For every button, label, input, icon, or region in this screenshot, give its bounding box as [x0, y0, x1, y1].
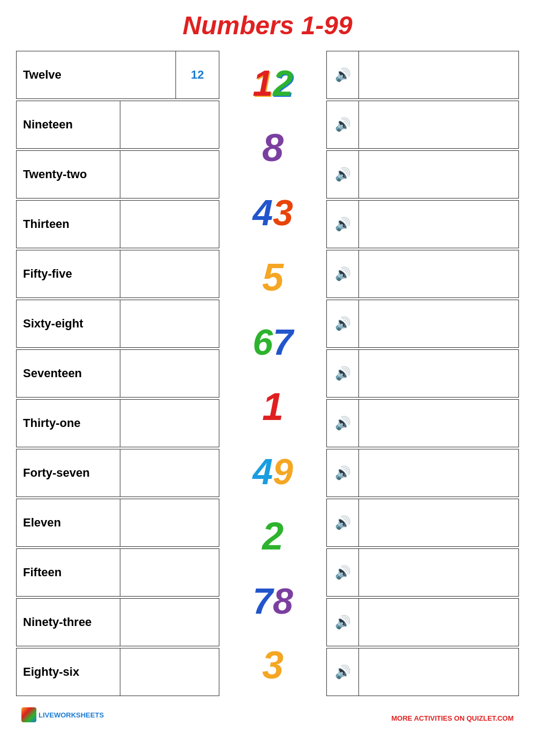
- cartoon-number-12: 12: [225, 59, 321, 107]
- audio-button[interactable]: 🔊: [327, 151, 359, 198]
- cartoon-number-3: 3: [225, 641, 321, 689]
- answer-row: 🔊: [326, 51, 519, 99]
- right-column: 🔊 🔊 🔊 🔊 🔊: [326, 51, 519, 698]
- number-answer: 12: [176, 51, 219, 98]
- answer-row: 🔊: [326, 399, 519, 447]
- number-input[interactable]: [120, 350, 219, 397]
- answer-row: 🔊: [326, 499, 519, 547]
- word-label: Fifteen: [17, 549, 120, 596]
- table-row: Twenty-two: [16, 150, 219, 198]
- number-input[interactable]: [120, 400, 219, 447]
- number-input[interactable]: [120, 449, 219, 497]
- speaker-icon: 🔊: [335, 117, 351, 132]
- answer-input[interactable]: [359, 250, 518, 297]
- answer-input[interactable]: [359, 201, 518, 248]
- answer-input[interactable]: [359, 300, 518, 347]
- word-label: Seventeen: [17, 350, 120, 397]
- speaker-icon: 🔊: [335, 416, 351, 431]
- word-label: Forty-seven: [17, 449, 120, 497]
- audio-button[interactable]: 🔊: [327, 101, 359, 148]
- table-row: Seventeen: [16, 349, 219, 398]
- word-label: Nineteen: [17, 101, 120, 148]
- answer-input[interactable]: [359, 151, 518, 198]
- audio-button[interactable]: 🔊: [327, 51, 359, 98]
- answer-row: 🔊: [326, 598, 519, 646]
- speaker-icon: 🔊: [335, 615, 351, 630]
- cartoon-number-2: 2: [225, 512, 321, 560]
- answer-input[interactable]: [359, 549, 518, 596]
- answer-row: 🔊: [326, 150, 519, 198]
- number-input[interactable]: [120, 499, 219, 546]
- table-row: Sixty-eight: [16, 300, 219, 348]
- cartoon-number-43: 43: [225, 188, 321, 236]
- audio-button[interactable]: 🔊: [327, 599, 359, 646]
- speaker-icon: 🔊: [335, 167, 351, 182]
- word-label: Sixty-eight: [17, 300, 120, 347]
- page-title: Numbers 1-99: [16, 11, 519, 40]
- speaker-icon: 🔊: [335, 316, 351, 331]
- word-label: Eleven: [17, 499, 120, 546]
- audio-button[interactable]: 🔊: [327, 449, 359, 497]
- footer: LIVEWORKSHEETS MORE ACTIVITIES ON QUIZLE…: [16, 707, 519, 722]
- cartoon-number-78: 78: [225, 577, 321, 625]
- answer-input[interactable]: [359, 400, 518, 447]
- word-label: Ninety-three: [17, 599, 120, 646]
- answer-input[interactable]: [359, 599, 518, 646]
- word-label: Fifty-five: [17, 250, 120, 297]
- table-row: Twelve 12: [16, 51, 219, 99]
- liveworksheets-logo: LIVEWORKSHEETS: [21, 707, 104, 722]
- table-row: Nineteen: [16, 101, 219, 149]
- number-input[interactable]: [120, 250, 219, 297]
- table-row: Fifteen: [16, 548, 219, 597]
- cartoon-number-49: 49: [225, 447, 321, 495]
- table-row: Fifty-five: [16, 250, 219, 298]
- answer-row: 🔊: [326, 250, 519, 298]
- speaker-icon: 🔊: [335, 67, 351, 82]
- audio-button[interactable]: 🔊: [327, 300, 359, 347]
- audio-button[interactable]: 🔊: [327, 400, 359, 447]
- answer-row: 🔊: [326, 200, 519, 248]
- answer-row: 🔊: [326, 548, 519, 597]
- speaker-icon: 🔊: [335, 465, 351, 480]
- speaker-icon: 🔊: [335, 515, 351, 530]
- number-input[interactable]: [120, 151, 219, 198]
- audio-button[interactable]: 🔊: [327, 350, 359, 397]
- answer-row: 🔊: [326, 349, 519, 398]
- answer-input[interactable]: [359, 449, 518, 497]
- cartoon-number-5: 5: [225, 253, 321, 301]
- table-row: Thirty-one: [16, 399, 219, 447]
- audio-button[interactable]: 🔊: [327, 250, 359, 297]
- number-input[interactable]: [120, 101, 219, 148]
- cartoon-number-67: 67: [225, 318, 321, 366]
- quizlet-attribution: MORE ACTIVITIES ON QUIZLET.COM: [392, 714, 514, 722]
- worksheet: Twelve 12 Nineteen Twenty-two Thirteen F…: [16, 51, 519, 698]
- answer-input[interactable]: [359, 101, 518, 148]
- cartoon-number-1: 1: [225, 383, 321, 431]
- answer-row: 🔊: [326, 449, 519, 497]
- number-input[interactable]: [120, 549, 219, 596]
- word-label: Twelve: [17, 51, 176, 98]
- table-row: Eleven: [16, 499, 219, 547]
- number-input[interactable]: [120, 201, 219, 248]
- answer-input[interactable]: [359, 350, 518, 397]
- audio-button[interactable]: 🔊: [327, 648, 359, 696]
- left-column: Twelve 12 Nineteen Twenty-two Thirteen F…: [16, 51, 219, 698]
- answer-row: 🔊: [326, 300, 519, 348]
- word-label: Eighty-six: [17, 648, 120, 696]
- answer-row: 🔊: [326, 101, 519, 149]
- audio-button[interactable]: 🔊: [327, 549, 359, 596]
- speaker-icon: 🔊: [335, 217, 351, 232]
- answer-input[interactable]: [359, 51, 518, 98]
- speaker-icon: 🔊: [335, 266, 351, 281]
- cartoon-number-8: 8: [225, 124, 321, 172]
- answer-input[interactable]: [359, 648, 518, 696]
- answer-input[interactable]: [359, 499, 518, 546]
- table-row: Thirteen: [16, 200, 219, 248]
- number-input[interactable]: [120, 648, 219, 696]
- audio-button[interactable]: 🔊: [327, 201, 359, 248]
- audio-button[interactable]: 🔊: [327, 499, 359, 546]
- word-label: Thirteen: [17, 201, 120, 248]
- number-input[interactable]: [120, 300, 219, 347]
- logo-icon: [21, 707, 36, 722]
- number-input[interactable]: [120, 599, 219, 646]
